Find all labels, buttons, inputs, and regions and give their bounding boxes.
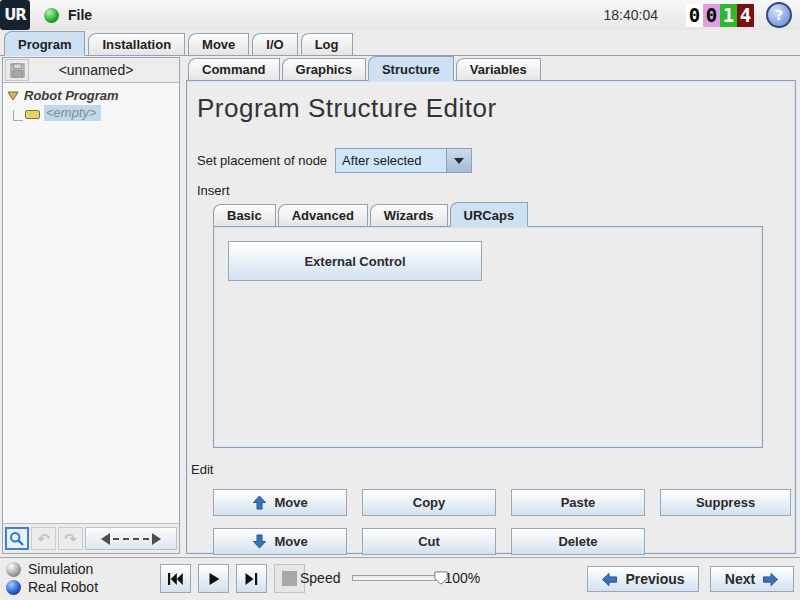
tab-io[interactable]: I/O (252, 33, 297, 55)
move-up-label: Move (274, 495, 307, 510)
play-icon (207, 572, 221, 586)
run-bar: Simulation Real Robot (0, 557, 800, 600)
tree-child-label: <empty> (44, 105, 101, 121)
urcaps-insert-panel: External Control (213, 226, 763, 448)
insert-section-label: Insert (197, 183, 795, 198)
cut-button[interactable]: Cut (362, 528, 496, 555)
radio-real-robot-icon (6, 580, 21, 595)
placement-dropdown-value: After selected (336, 149, 446, 172)
next-label: Next (725, 571, 755, 587)
tab-variables[interactable]: Variables (456, 58, 541, 80)
speed-slider-thumb[interactable] (434, 571, 448, 585)
undo-button[interactable]: ↶ (31, 527, 56, 550)
tree-node-robot-program[interactable]: Robot Program (7, 88, 175, 103)
tab-advanced[interactable]: Advanced (278, 204, 368, 226)
tab-structure[interactable]: Structure (368, 56, 454, 81)
arrow-left-icon (601, 572, 618, 587)
clock: 18:40:04 (604, 7, 659, 23)
step-forward-icon (244, 572, 259, 586)
chevron-down-icon (454, 158, 464, 164)
radio-simulation-icon (6, 562, 21, 577)
tab-log[interactable]: Log (301, 33, 353, 55)
placement-dropdown[interactable]: After selected (335, 148, 472, 173)
speed-label: Speed (300, 570, 340, 586)
insert-tab-bar: Basic Advanced Wizards URCaps (213, 202, 795, 226)
wizard-nav-buttons: Previous Next (587, 566, 794, 592)
counter-digit: 0 (703, 4, 720, 27)
radio-real-robot[interactable]: Real Robot (6, 579, 98, 595)
program-editor-panel: Command Graphics Structure Variables Pro… (186, 57, 796, 554)
main-tab-bar: Program Installation Move I/O Log (0, 30, 800, 56)
speed-control: Speed 100% (300, 570, 480, 586)
play-button[interactable] (198, 564, 229, 593)
paste-button[interactable]: Paste (511, 489, 645, 516)
playback-controls (160, 564, 305, 593)
edit-button-grid: Move Copy Paste Suppress Move Cut Delete (213, 489, 795, 555)
move-down-label: Move (274, 534, 307, 549)
redo-button[interactable]: ↷ (58, 527, 83, 550)
placement-row: Set placement of node After selected (197, 148, 795, 173)
stop-icon (282, 571, 297, 586)
tab-wizards[interactable]: Wizards (370, 204, 448, 226)
floppy-icon (10, 63, 25, 78)
step-navigation-button[interactable] (85, 527, 177, 550)
polyscope-screen: UR File 18:40:04 0 0 1 4 ? Program Insta… (0, 0, 800, 600)
file-menu[interactable]: File (44, 7, 92, 23)
external-control-button[interactable]: External Control (228, 241, 482, 281)
file-menu-label: File (68, 7, 92, 23)
tab-urcaps[interactable]: URCaps (450, 202, 529, 227)
counter-digit: 4 (737, 4, 754, 27)
tree-toolbar: ↶ ↷ (3, 523, 179, 553)
counter-digit: 0 (686, 4, 703, 27)
previous-label: Previous (625, 571, 684, 587)
tab-installation[interactable]: Installation (88, 33, 185, 55)
search-icon (9, 531, 25, 547)
speed-slider[interactable] (352, 575, 442, 581)
line-counter: 0 0 1 4 (686, 4, 754, 27)
move-up-button[interactable]: Move (213, 489, 347, 516)
next-button[interactable]: Next (710, 566, 794, 592)
radio-simulation[interactable]: Simulation (6, 561, 98, 577)
program-name-header: <unnamed> (3, 58, 179, 83)
dropdown-arrow-button[interactable] (446, 149, 471, 172)
radio-simulation-label: Simulation (28, 561, 93, 577)
tree-expand-icon[interactable] (7, 90, 19, 102)
skip-to-start-icon (167, 572, 184, 586)
move-down-button[interactable]: Move (213, 528, 347, 555)
ur-logo-text: UR (4, 6, 26, 24)
editor-tab-bar: Command Graphics Structure Variables (186, 57, 796, 80)
help-icon[interactable]: ? (766, 2, 792, 28)
counter-digit: 1 (720, 4, 737, 27)
ur-logo: UR (0, 0, 30, 30)
tab-move[interactable]: Move (188, 33, 249, 55)
structure-editor-body: Program Structure Editor Set placement o… (186, 80, 796, 554)
redo-icon: ↷ (64, 530, 77, 548)
step-forward-button[interactable] (236, 564, 267, 593)
tab-program[interactable]: Program (4, 31, 85, 56)
undo-icon: ↶ (37, 530, 50, 548)
top-bar: UR File 18:40:04 0 0 1 4 ? (0, 0, 800, 30)
save-button[interactable] (5, 59, 29, 81)
arrow-right-icon (762, 572, 779, 587)
tab-graphics[interactable]: Graphics (282, 58, 366, 80)
program-tree: Robot Program <empty> (3, 83, 179, 523)
suppress-button[interactable]: Suppress (660, 489, 791, 516)
content-area: <unnamed> Robot Program <empty> (0, 56, 800, 557)
tab-basic[interactable]: Basic (213, 204, 276, 226)
step-nav-icon (101, 533, 161, 545)
program-tree-panel: <unnamed> Robot Program <empty> (2, 57, 180, 554)
speed-value: 100% (444, 570, 480, 586)
tree-node-icon (25, 110, 40, 119)
arrow-down-icon (252, 534, 267, 549)
skip-to-start-button[interactable] (160, 564, 191, 593)
tree-connector (13, 110, 23, 121)
radio-real-robot-label: Real Robot (28, 579, 98, 595)
tab-command[interactable]: Command (188, 58, 280, 80)
search-button[interactable] (5, 527, 29, 550)
edit-section-label: Edit (191, 462, 795, 477)
delete-button[interactable]: Delete (511, 528, 645, 555)
previous-button[interactable]: Previous (587, 566, 699, 592)
copy-button[interactable]: Copy (362, 489, 496, 516)
tree-node-empty[interactable]: <empty> (13, 105, 175, 121)
program-status-icon (44, 8, 59, 23)
